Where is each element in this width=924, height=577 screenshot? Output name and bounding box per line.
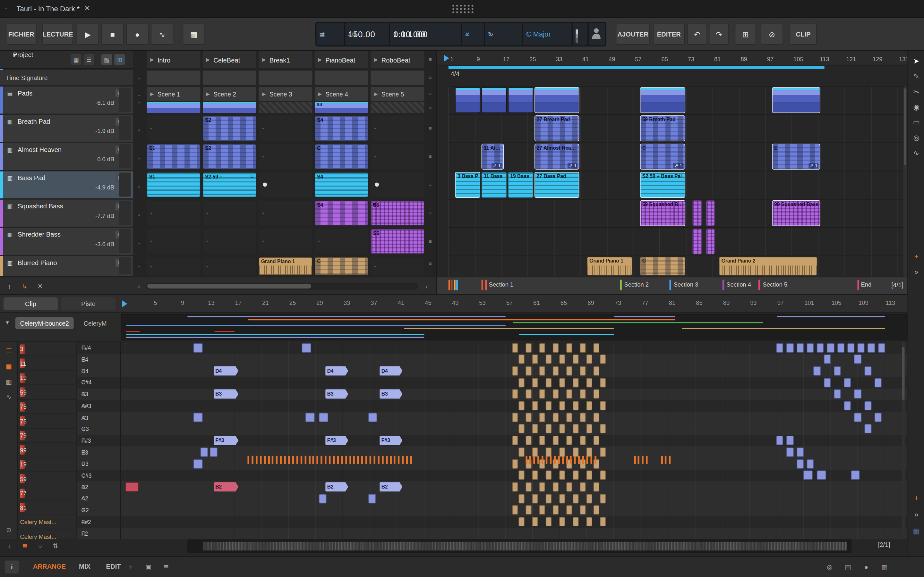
clip-stop-button[interactable]: ▪ [134,211,144,218]
automation-tick[interactable] [390,456,392,464]
automation-tick[interactable] [288,456,290,464]
automation-tick[interactable] [586,456,588,464]
pitch-row[interactable]: F#4◁ [77,342,121,354]
midi-note[interactable] [827,343,834,352]
midi-note[interactable] [864,424,872,434]
midi-note[interactable] [532,378,538,387]
automation-tick[interactable] [537,456,540,464]
midi-note[interactable] [854,355,861,364]
arranger-clip[interactable]: C↗ 1 [640,143,685,169]
arranger-clip[interactable]: Grand Piano 1 [587,257,632,276]
midi-note[interactable] [593,482,599,492]
midi-note[interactable] [864,401,872,410]
play-icon[interactable]: ▶ [374,57,378,63]
position-segment[interactable]: 1.1.1.00 0:00.000 [391,23,461,45]
section-marker-tick[interactable] [620,279,622,290]
cue-marker-tick[interactable] [456,279,458,290]
automation-tick[interactable] [361,456,363,464]
cue-marker-tick[interactable] [451,279,453,290]
cue-marker-tick[interactable] [454,279,456,290]
arranger-clip[interactable]: 27 Bass Pad [534,172,580,198]
arranger-clip[interactable]: E↗ 1 [772,143,821,169]
section-marker-label[interactable]: Section 1 [489,282,514,288]
pads-write-button[interactable]: ▦ [183,23,205,45]
clip-stop-button[interactable]: ▪ [134,263,144,269]
arranger-clip[interactable]: 99 Squashed Bass [772,200,821,226]
midi-note[interactable] [368,413,377,422]
midi-note[interactable] [600,378,606,387]
play-icon[interactable]: ▶ [374,91,378,97]
arranger-clip[interactable]: 11 Almo↗ 1 [481,143,504,169]
speaker-icon[interactable]: ◁ [81,415,85,420]
speaker-icon[interactable]: ◁ [81,519,85,525]
arranger-clip[interactable]: 19 Bass [508,172,533,198]
track-volume-db[interactable]: -1.9 dB [95,128,114,134]
scene-header[interactable]: ▶Scene 1 [147,87,200,101]
back-button[interactable]: ‹ [3,540,15,551]
row-overflow-menu-icon[interactable]: ≡ [425,238,435,245]
midi-note[interactable] [874,378,882,387]
play-icon[interactable]: ▶ [150,57,153,63]
midi-note[interactable] [512,482,517,492]
midi-note[interactable] [566,482,572,492]
scene-group-header[interactable]: ▶RoboBeat [371,51,424,68]
arranger-clip[interactable] [706,229,715,255]
pitch-row[interactable]: A#3◁ [77,400,121,412]
automation-tick[interactable] [661,456,663,464]
midi-note[interactable] [566,413,572,422]
launcher-clip[interactable]: S4 [315,201,368,226]
group-clip-summary[interactable] [203,102,256,113]
automation-tick[interactable] [549,456,551,464]
arranger-group-clip[interactable] [508,87,533,113]
midi-note[interactable] [512,413,517,422]
midi-note[interactable]: D4 [214,366,238,376]
midi-note[interactable] [600,424,606,434]
midi-note[interactable] [512,390,517,399]
midi-note[interactable] [546,424,551,434]
automation-tick[interactable] [574,456,576,464]
empty-clip-slot[interactable]: ▪ [371,116,424,141]
automation-tick[interactable] [582,456,584,464]
midi-note[interactable] [593,413,599,422]
pin-icon[interactable]: ⊙ [3,525,14,535]
empty-clip-slot[interactable]: ▪ [371,144,424,169]
midi-note[interactable] [586,424,592,434]
row-overflow-menu-icon[interactable]: ≡ [425,91,435,98]
group-clip-hatched[interactable] [371,102,424,113]
midi-note[interactable]: B3 [380,390,402,399]
editor-clip-row[interactable]: Celery Mast... [18,530,77,539]
midi-note[interactable] [546,448,551,457]
midi-note[interactable] [586,517,592,526]
zoom-control[interactable]: ◎ [824,562,836,572]
end-marker-label[interactable]: End [861,282,871,288]
automation-tick[interactable] [276,456,278,464]
automation-tick[interactable] [317,456,318,464]
midi-note[interactable] [512,505,517,514]
browser-panel-toggle[interactable]: ▤ [842,562,854,572]
row-overflow-menu-icon[interactable]: ≡ [425,260,435,268]
midi-note[interactable] [519,448,524,457]
pitch-row[interactable]: B3◁ [77,388,121,400]
audition-tool[interactable]: ◉ [911,101,922,113]
midi-note[interactable] [193,413,202,422]
speaker-icon[interactable]: ◁ [81,531,85,536]
midi-note[interactable] [519,471,524,480]
midi-note[interactable] [532,424,538,434]
view-tab-mix[interactable]: MIX [79,563,90,570]
delete-button[interactable]: ⊘ [761,23,783,45]
info-button[interactable]: i [5,561,19,574]
scene-group-header[interactable]: ▶CeleBeat [203,51,256,68]
midi-note[interactable] [593,436,599,445]
midi-note[interactable] [864,366,872,376]
midi-note[interactable] [580,482,585,492]
section-marker-tick[interactable] [485,279,487,290]
editor-crosshair-tool[interactable]: + [911,492,922,504]
empty-clip-slot[interactable]: ▪ [147,229,200,253]
midi-note[interactable] [512,343,517,352]
time-signature-slot[interactable] [258,71,312,85]
launcher-clip[interactable]: S4 [315,116,368,141]
automation-tick[interactable] [386,456,388,464]
automation-tick[interactable] [365,456,367,464]
cue-marker-tick[interactable] [449,279,451,290]
midi-note[interactable]: D4 [380,366,402,376]
